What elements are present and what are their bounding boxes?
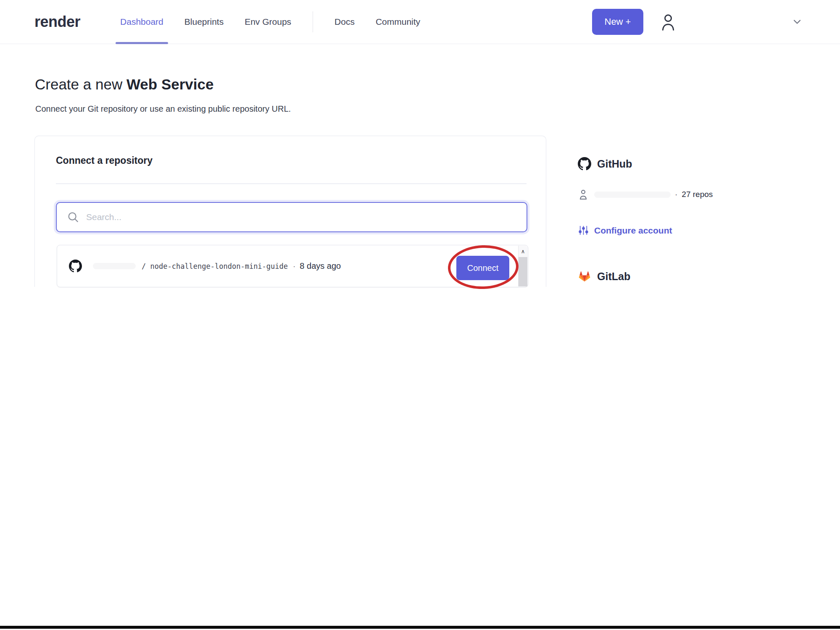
card-divider [56, 184, 527, 184]
nav-item-env-groups[interactable]: Env Groups [234, 0, 302, 44]
configure-account-link[interactable]: Configure account [578, 225, 672, 236]
card-title: Connect a repository [56, 155, 153, 166]
render-logo[interactable]: render [34, 13, 80, 31]
top-navbar: render Dashboard Blueprints Env Groups D… [0, 0, 840, 44]
repo-search-input[interactable] [85, 212, 518, 223]
repo-list-scrollbar[interactable]: ∧ [518, 246, 527, 286]
primary-nav: Dashboard Blueprints Env Groups Docs Com… [110, 0, 431, 44]
sliders-icon [578, 225, 589, 236]
bottom-taskbar-strip [0, 626, 840, 629]
page-title-emphasis: Web Service [126, 76, 214, 92]
render-create-web-service-page: render Dashboard Blueprints Env Groups D… [0, 0, 840, 630]
repo-search-box [56, 202, 527, 232]
repo-updated-time: 8 days ago [300, 261, 341, 271]
gitlab-title: GitLab [597, 270, 630, 283]
scrollbar-up-arrow-icon[interactable]: ∧ [519, 246, 527, 257]
github-provider-header: GitHub [578, 157, 632, 171]
connect-repository-card: Connect a repository / node-challenge-lo… [34, 136, 546, 287]
nav-divider [313, 11, 313, 32]
repo-dot-separator: · [293, 262, 295, 271]
navbar-right: New + [592, 9, 840, 35]
gitlab-icon [578, 270, 591, 283]
page-title: Create a new Web Service [35, 76, 213, 93]
nav-item-docs[interactable]: Docs [324, 0, 365, 44]
account-name-area [677, 20, 791, 24]
search-icon [67, 211, 79, 223]
nav-item-community[interactable]: Community [365, 0, 431, 44]
nav-item-dashboard[interactable]: Dashboard [110, 0, 174, 44]
repo-list-item: / node-challenge-london-mini-guide · 8 d… [57, 245, 528, 287]
github-repo-count: 27 repos [682, 190, 713, 199]
connect-button[interactable]: Connect [456, 256, 509, 280]
github-icon [578, 157, 591, 171]
chevron-down-icon[interactable] [791, 16, 803, 28]
repo-name: node-challenge-london-mini-guide [150, 262, 288, 270]
repo-path: / node-challenge-london-mini-guide [142, 262, 288, 270]
user-avatar-icon[interactable] [659, 12, 677, 32]
redacted-username [93, 263, 136, 269]
configure-account-label: Configure account [594, 226, 672, 236]
page-title-prefix: Create a new [35, 76, 126, 92]
nav-item-blueprints[interactable]: Blueprints [174, 0, 234, 44]
gitlab-provider-header: GitLab [578, 270, 630, 283]
github-title: GitHub [597, 158, 632, 170]
github-account-row: · 27 repos [578, 189, 713, 200]
person-icon [578, 189, 588, 200]
github-dot-separator: · [675, 190, 677, 199]
scrollbar-thumb[interactable] [519, 257, 527, 286]
new-button[interactable]: New + [592, 9, 643, 35]
redacted-account-name [594, 192, 671, 198]
github-icon [69, 260, 82, 273]
page-subtitle: Connect your Git repository or use an ex… [35, 104, 291, 114]
